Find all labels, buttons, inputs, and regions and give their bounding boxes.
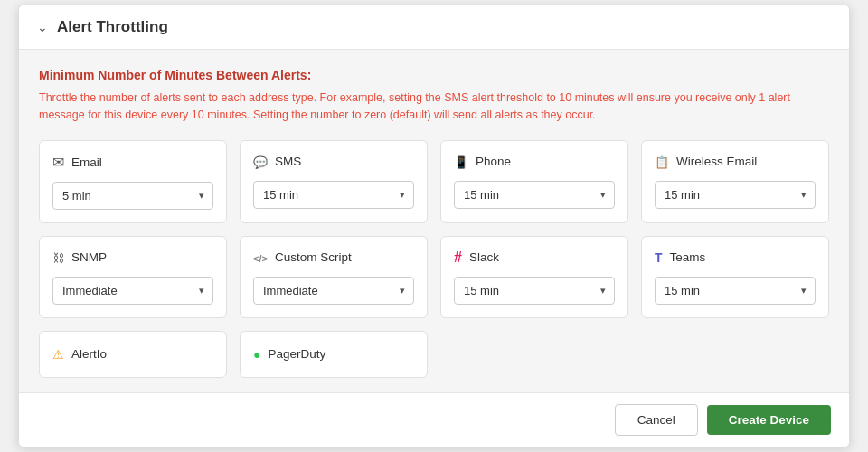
custom-script-label: Custom Script [275, 250, 352, 264]
custom-script-select[interactable]: Immediate5 min10 min15 min30 min60 min [253, 277, 414, 305]
sms-select[interactable]: Immediate5 min10 min15 min30 min60 min [253, 181, 414, 209]
snmp-label: SNMP [71, 250, 107, 264]
email-label: Email [71, 155, 102, 169]
cards-grid-row3: AlertIoPagerDuty [39, 331, 829, 378]
slack-select[interactable]: Immediate5 min10 min15 min30 min60 min [454, 277, 615, 305]
card-teams: TeamsImmediate5 min10 min15 min30 min60 … [641, 236, 829, 318]
wireless-email-icon [655, 154, 669, 170]
cards-grid-row2: SNMPImmediate5 min10 min15 min30 min60 m… [39, 236, 829, 318]
slack-label: Slack [469, 250, 499, 264]
alertio-icon [52, 346, 64, 363]
wireless-email-label: Wireless Email [676, 155, 757, 168]
collapse-icon: ⌄ [37, 20, 48, 34]
custom-script-icon [253, 250, 268, 266]
snmp-icon [52, 250, 64, 266]
card-snmp: SNMPImmediate5 min10 min15 min30 min60 m… [39, 236, 227, 318]
modal-body: Minimum Number of Minutes Between Alerts… [19, 50, 849, 392]
sms-icon [253, 154, 268, 170]
modal-footer: Cancel Create Device [19, 392, 849, 447]
card-slack: SlackImmediate5 min10 min15 min30 min60 … [440, 236, 628, 318]
card-email: EmailImmediate5 min10 min15 min30 min60 … [39, 140, 227, 223]
partial-card-pagerduty: PagerDuty [240, 331, 428, 378]
email-select[interactable]: Immediate5 min10 min15 min30 min60 min [52, 182, 213, 210]
phone-label: Phone [476, 155, 511, 168]
alert-throttling-modal: ⌄ Alert Throttling Minimum Number of Min… [18, 5, 850, 447]
cards-grid-row1: EmailImmediate5 min10 min15 min30 min60 … [39, 140, 829, 223]
phone-select[interactable]: Immediate5 min10 min15 min30 min60 min [454, 181, 615, 209]
sms-label: SMS [275, 155, 301, 168]
modal-header[interactable]: ⌄ Alert Throttling [19, 5, 849, 50]
card-sms: SMSImmediate5 min10 min15 min30 min60 mi… [240, 140, 428, 223]
teams-select[interactable]: Immediate5 min10 min15 min30 min60 min [655, 277, 816, 305]
create-device-button[interactable]: Create Device [707, 405, 831, 435]
teams-label: Teams [670, 250, 706, 264]
phone-icon [454, 154, 468, 170]
card-wireless-email: Wireless EmailImmediate5 min10 min15 min… [641, 140, 829, 223]
card-phone: PhoneImmediate5 min10 min15 min30 min60 … [440, 140, 628, 223]
teams-icon [655, 250, 663, 266]
cancel-button[interactable]: Cancel [615, 404, 698, 436]
pagerduty-icon [253, 346, 260, 363]
slack-icon [454, 250, 462, 266]
section-label: Minimum Number of Minutes Between Alerts… [39, 68, 829, 82]
snmp-select[interactable]: Immediate5 min10 min15 min30 min60 min [52, 277, 213, 305]
modal-title: Alert Throttling [57, 18, 168, 36]
wireless-email-select[interactable]: Immediate5 min10 min15 min30 min60 min [655, 181, 816, 209]
partial-card-alertio: AlertIo [39, 331, 227, 378]
alertio-label: AlertIo [71, 347, 107, 361]
pagerduty-label: PagerDuty [268, 347, 326, 361]
card-custom-script: Custom ScriptImmediate5 min10 min15 min3… [240, 236, 428, 318]
email-icon [52, 154, 64, 171]
section-description: Throttle the number of alerts sent to ea… [39, 89, 829, 124]
